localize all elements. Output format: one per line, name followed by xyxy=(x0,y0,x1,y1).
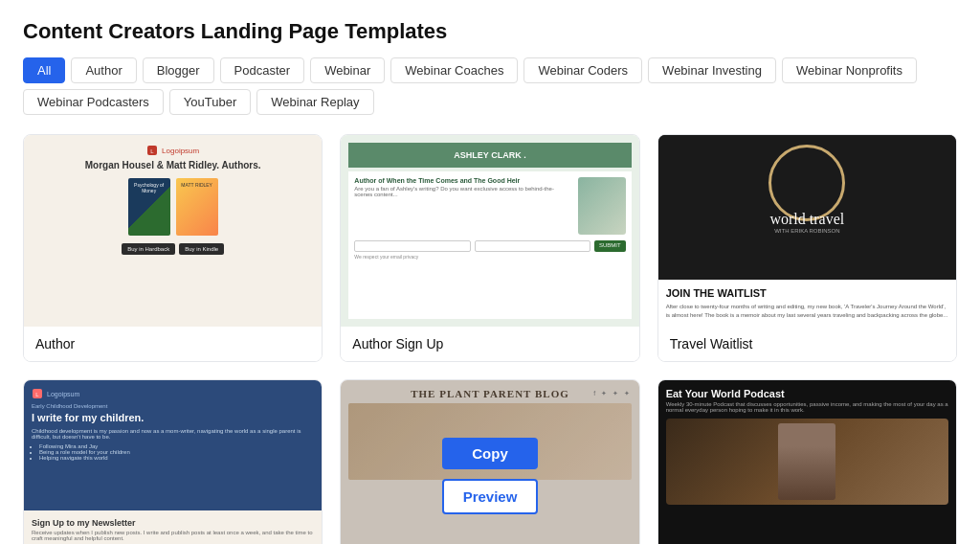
author-copy-btn[interactable]: Copy xyxy=(125,193,221,224)
filter-bar: All Author Blogger Podcaster Webinar Web… xyxy=(23,57,957,115)
card-author-signup[interactable]: ASHLEY CLARK . Author of When the Time C… xyxy=(340,134,639,362)
podcaster-preview-btn[interactable]: Preview xyxy=(759,479,855,514)
filter-podcaster[interactable]: Podcaster xyxy=(220,57,305,83)
card-travel-waitlist[interactable]: world travel WITH ERIKA ROBINSON JOIN TH… xyxy=(657,134,957,362)
author-label: Author xyxy=(24,327,322,361)
travel-preview-btn[interactable]: Preview xyxy=(759,234,855,269)
card-author-signup-thumb: ASHLEY CLARK . Author of When the Time C… xyxy=(341,135,638,327)
filter-webinar-replay[interactable]: Webinar Replay xyxy=(256,89,373,115)
filter-webinar-podcasters[interactable]: Webinar Podcasters xyxy=(23,89,164,115)
card-blogger-signup-thumb: THE PLANT PARENT BLOG f ✦ ✦ ✦ Subscribe … xyxy=(341,380,638,544)
blogger-copy-btn[interactable]: Copy xyxy=(125,438,221,469)
filter-youtuber[interactable]: YouTuber xyxy=(169,89,251,115)
travel-title: world travel xyxy=(769,210,844,228)
card-podcaster-thumb: Eat Your World Podcast Weekly 30-minute … xyxy=(658,380,956,544)
card-blogger-thumb: L Logoipsum Early Childhood Development … xyxy=(24,380,322,544)
card-podcaster[interactable]: Eat Your World Podcast Weekly 30-minute … xyxy=(657,379,957,544)
card-author-thumb: L Logoipsum Morgan Housel & Matt Ridley.… xyxy=(24,135,322,327)
card-blogger-signup[interactable]: THE PLANT PARENT BLOG f ✦ ✦ ✦ Subscribe … xyxy=(340,379,639,544)
author-preview-btn[interactable]: Preview xyxy=(125,234,221,269)
filter-author[interactable]: Author xyxy=(71,57,136,83)
author-signup-preview-btn[interactable]: Preview xyxy=(442,234,538,269)
filter-webinar-investing[interactable]: Webinar Investing xyxy=(648,57,776,83)
blogger-preview-btn[interactable]: Preview xyxy=(125,479,221,514)
template-grid: L Logoipsum Morgan Housel & Matt Ridley.… xyxy=(23,134,957,544)
filter-webinar-nonprofits[interactable]: Webinar Nonprofits xyxy=(782,57,917,83)
page-title: Content Creators Landing Page Templates xyxy=(23,19,957,44)
travel-subtitle: WITH ERIKA ROBINSON xyxy=(769,228,844,234)
blogger-signup-overlay: Copy Preview xyxy=(341,380,638,544)
blogger-signup-preview-btn[interactable]: Preview xyxy=(442,479,538,514)
author-signup-label: Author Sign Up xyxy=(341,327,638,361)
card-travel-thumb: world travel WITH ERIKA ROBINSON JOIN TH… xyxy=(658,135,956,327)
blogger-signup-copy-btn[interactable]: Copy xyxy=(442,438,538,469)
filter-blogger[interactable]: Blogger xyxy=(143,57,214,83)
filter-webinar[interactable]: Webinar xyxy=(310,57,385,83)
card-blogger[interactable]: L Logoipsum Early Childhood Development … xyxy=(23,379,323,544)
travel-label: Travel Waitlist xyxy=(658,327,956,361)
author-signup-copy-btn[interactable]: Copy xyxy=(442,193,538,224)
filter-webinar-coaches[interactable]: Webinar Coaches xyxy=(390,57,518,83)
card-author[interactable]: L Logoipsum Morgan Housel & Matt Ridley.… xyxy=(23,134,323,362)
podcaster-copy-btn[interactable]: Copy xyxy=(759,438,855,469)
filter-webinar-coders[interactable]: Webinar Coders xyxy=(523,57,642,83)
filter-all[interactable]: All xyxy=(23,57,65,83)
